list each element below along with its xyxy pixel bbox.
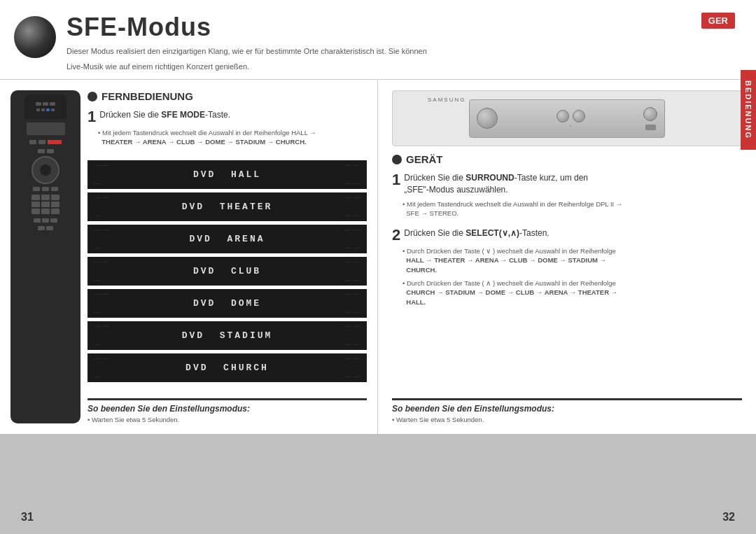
remote-btn xyxy=(38,140,46,144)
remote-btn xyxy=(36,108,40,111)
remote-btn xyxy=(33,187,40,191)
remote-btn xyxy=(46,108,50,111)
remote-inner-circle xyxy=(40,164,51,176)
dvd-panel-dome: ··· ······ ··· DVD DOME ······ ··· xyxy=(88,289,367,318)
remote-btn xyxy=(42,187,49,191)
remote-num-btn[interactable] xyxy=(31,209,40,214)
remote-btn xyxy=(41,108,45,111)
device-knob-right xyxy=(643,107,657,121)
dvd-panel-stadium: ··· ······ ··· DVD STADIUM ······ ··· xyxy=(88,321,367,350)
two-column: FERNBEDIENUNG 1 Drücken Sie die SFE MODE… xyxy=(0,80,756,434)
remote-btn xyxy=(51,187,58,191)
page-number-right: 32 xyxy=(722,511,735,524)
so-beenden-sub-left: • Warten Sie etwa 5 Sekunden. xyxy=(88,416,367,423)
remote-btn xyxy=(43,102,48,106)
samsung-label: SAMSUNG xyxy=(428,97,465,103)
left-so-beenden: So beenden Sie den Einstellungsmodus: • … xyxy=(88,398,367,423)
left-column: FERNBEDIENUNG 1 Drücken Sie die SFE MODE… xyxy=(0,80,378,434)
remote-btn xyxy=(36,102,41,106)
step1-subtext: • Mit jedem Tastendruck wechselt die Aus… xyxy=(98,128,367,147)
right-step2-subtext2: • Durch Drücken der Taste ( ∧ ) wechselt… xyxy=(402,279,742,307)
remote-num-btn[interactable] xyxy=(41,202,50,207)
bedienung-badge: BEDIENUNG xyxy=(741,70,756,150)
remote-num-btn[interactable] xyxy=(31,195,40,200)
right-step1-text: Drücken Sie die SURROUND-Taste kurz, um … xyxy=(404,172,588,196)
right-step1-num: 1 xyxy=(392,172,400,188)
remote-circle-area xyxy=(15,148,76,192)
remote-num-btn[interactable] xyxy=(51,202,59,207)
remote-btn xyxy=(46,226,53,230)
dvd-panel-arena: ··· ······ ··· DVD ARENA ······ ··· xyxy=(88,225,367,253)
device-display xyxy=(570,125,571,127)
right-step2-text: Drücken Sie die SELECT(∨,∧)-Tasten. xyxy=(404,227,549,239)
dvd-panel-club: ··· ······ ··· DVD CLUB ······ ··· xyxy=(88,257,367,286)
right-column: SAMSUNG xyxy=(378,80,756,434)
left-instructions: FERNBEDIENUNG 1 Drücken Sie die SFE MODE… xyxy=(88,90,367,423)
remote-circle[interactable] xyxy=(31,156,59,184)
remote-btn xyxy=(51,108,55,111)
so-beenden-sub-right: • Warten Sie etwa 5 Sekunden. xyxy=(392,416,742,423)
step1-num: 1 xyxy=(88,109,96,125)
remote-screen xyxy=(27,122,65,135)
remote-num-btn[interactable] xyxy=(41,195,50,200)
remote-btn xyxy=(47,149,54,153)
dvd-panel-hall: ··· ······ ··· DVD HALL ······ ··· xyxy=(88,160,367,189)
header-desc1: Dieser Modus realisiert den einzigartige… xyxy=(66,45,427,57)
ger-badge: GER xyxy=(701,13,735,29)
right-step1-block: 1 Drücken Sie die SURROUND-Taste kurz, u… xyxy=(392,172,742,222)
dvd-panel-theater: ··· ······ ··· DVD THEATER ······ ··· xyxy=(88,192,367,221)
footer: 31 32 xyxy=(0,434,756,534)
device-body xyxy=(469,99,665,138)
remote-btn xyxy=(50,102,55,106)
logo-circle xyxy=(14,16,56,58)
header-text: SFE-Modus Dieser Modus realisiert den ei… xyxy=(66,13,427,72)
dvd-panel-church: ··· ······ ··· DVD CHURCH ······ ··· xyxy=(88,353,367,382)
right-step1-header: 1 Drücken Sie die SURROUND-Taste kurz, u… xyxy=(392,172,742,196)
page-title: SFE-Modus xyxy=(66,13,427,42)
page-number-left: 31 xyxy=(21,511,34,524)
remote-num-btn[interactable] xyxy=(31,202,40,207)
step1-header: 1 Drücken Sie die SFE MODE-Taste. xyxy=(88,109,367,125)
right-step2-num: 2 xyxy=(392,227,400,243)
remote-btn xyxy=(50,218,57,223)
remote-control xyxy=(10,90,80,423)
header-section: SFE-Modus Dieser Modus realisiert den ei… xyxy=(0,0,756,80)
right-so-beenden: So beenden Sie den Einstellungsmodus: • … xyxy=(392,398,742,423)
device-knob-left xyxy=(477,108,498,129)
main-content: SFE-Modus Dieser Modus realisiert den ei… xyxy=(0,0,756,434)
remote-btn xyxy=(34,218,41,223)
step1-text: Drücken Sie die SFE MODE-Taste. xyxy=(99,109,230,121)
device-image: SAMSUNG xyxy=(392,90,742,146)
so-beenden-title-left: So beenden Sie den Einstellungsmodus: xyxy=(88,404,367,414)
right-step1-subtext: • Mit jedem Tastendruck wechselt die Aus… xyxy=(402,199,742,218)
remote-top xyxy=(24,94,66,119)
fernbedienung-title: FERNBEDIENUNG xyxy=(88,90,367,102)
remote-numpad xyxy=(31,195,59,214)
header-desc2: Live-Musik wie auf einem richtigen Konze… xyxy=(66,61,427,73)
so-beenden-title-right: So beenden Sie den Einstellungsmodus: xyxy=(392,404,742,414)
gerat-title: GERÄT xyxy=(392,153,742,165)
remote-btn xyxy=(42,218,49,223)
remote-btn xyxy=(38,149,45,153)
remote-num-btn[interactable] xyxy=(41,209,50,214)
remote-num-btn[interactable] xyxy=(51,195,59,200)
remote-sfe-btn[interactable] xyxy=(48,140,62,144)
remote-btn xyxy=(29,140,36,144)
dvd-panels: ··· ······ ··· DVD HALL ······ ··· ··· ·… xyxy=(88,160,367,382)
remote-num-btn[interactable] xyxy=(51,209,59,214)
remote-btn xyxy=(38,226,45,230)
right-step2-block: 2 Drücken Sie die SELECT(∨,∧)-Tasten. • … xyxy=(392,227,742,311)
right-step2-header: 2 Drücken Sie die SELECT(∨,∧)-Tasten. xyxy=(392,227,742,243)
right-step2-subtext1: • Durch Drücken der Taste ( ∨ ) wechselt… xyxy=(402,246,742,274)
step1-block: 1 Drücken Sie die SFE MODE-Taste. • Mit … xyxy=(88,109,367,151)
